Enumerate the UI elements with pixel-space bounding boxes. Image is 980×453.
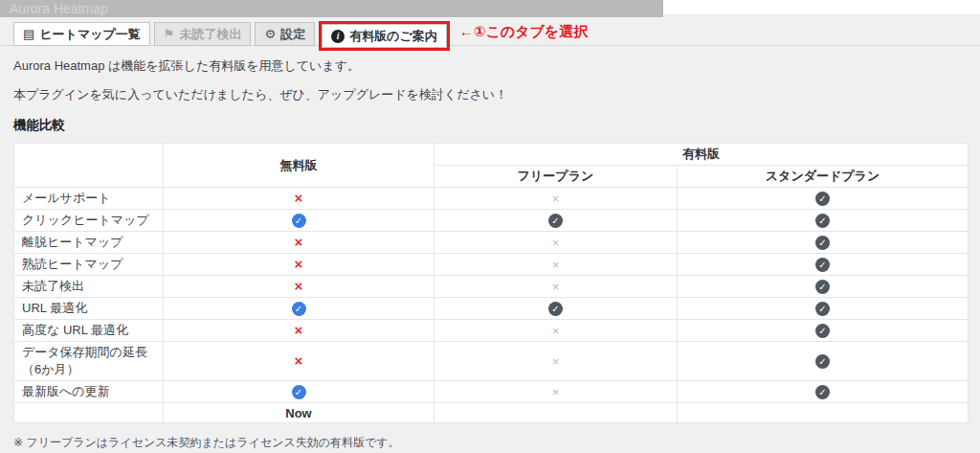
feature-standard-cell: ✓	[678, 232, 969, 254]
check-blue-icon: ✓	[292, 385, 306, 399]
flag-icon: ⚑	[164, 28, 175, 40]
free-plan-footnote: ※ フリープランはライセンス未契約またはライセンス失効の有料版です。	[13, 435, 980, 451]
cross-red-icon: ×	[295, 256, 303, 272]
feature-free-cell: ×	[164, 342, 434, 381]
cross-gray-icon: ×	[552, 354, 560, 369]
feature-standard-cell: ✓	[678, 188, 969, 210]
feature-free-cell: ✓	[164, 381, 434, 403]
tab-label: ヒートマップ一覧	[39, 27, 141, 41]
list-icon: ▤	[23, 28, 34, 40]
check-blue-icon: ✓	[292, 302, 306, 316]
feature-name: 離脱ヒートマップ	[14, 232, 164, 254]
feature-free-cell: ✓	[164, 298, 434, 320]
feature-free_plan-cell: ×	[434, 320, 678, 342]
now-label: Now	[164, 403, 434, 423]
feature-standard-cell: ✓	[678, 342, 969, 381]
tab-paid-info[interactable]: i有料版のご案内	[322, 24, 447, 48]
feature-free_plan-cell: ×	[434, 232, 678, 254]
tab-highlight-box: i有料版のご案内	[319, 21, 450, 51]
tab-heatmap-list[interactable]: ▤ヒートマップ一覧	[13, 22, 150, 46]
cross-red-icon: ×	[295, 352, 303, 369]
feature-name: データ保存期間の延長（6か月）	[14, 342, 164, 381]
tab-unread-detect[interactable]: ⚑未読了検出	[154, 22, 252, 46]
cross-red-icon: ×	[295, 322, 303, 338]
intro-line-1: Aurora Heatmap は機能を拡張した有料版を用意しています。	[13, 57, 980, 75]
feature-free-cell: ×	[164, 188, 434, 210]
check-dark-icon: ✓	[815, 214, 830, 228]
free-version-header: 無料版	[164, 144, 434, 188]
check-dark-icon: ✓	[815, 192, 830, 206]
feature-standard-cell: ✓	[678, 210, 969, 232]
table-row: 未読了検出××✓	[14, 276, 969, 298]
empty-cell	[678, 403, 969, 423]
feature-standard-cell: ✓	[678, 320, 969, 342]
paid-version-header: 有料版	[434, 144, 969, 166]
table-row: データ保存期間の延長（6か月）××✓	[14, 342, 969, 381]
empty-cell	[434, 403, 678, 423]
feature-free_plan-cell: ×	[434, 276, 678, 298]
feature-free-cell: ✓	[164, 210, 434, 232]
tab-bar: ▤ヒートマップ一覧⚑未読了検出⚙設定i有料版のご案内←①このタブを選択	[0, 14, 980, 46]
cross-red-icon: ×	[295, 278, 303, 294]
feature-free-cell: ×	[164, 254, 434, 276]
feature-column-header	[14, 144, 164, 188]
feature-free-cell: ×	[164, 232, 434, 254]
cross-red-icon: ×	[295, 190, 303, 206]
now-row: Now	[14, 403, 969, 423]
cross-gray-icon: ×	[552, 324, 560, 338]
check-dark-icon: ✓	[815, 280, 830, 294]
table-row: URL 最適化✓✓✓	[14, 298, 969, 320]
gear-icon: ⚙	[264, 28, 276, 40]
check-dark-icon: ✓	[548, 214, 563, 228]
feature-standard-cell: ✓	[678, 254, 969, 276]
window-title-bar: Aurora Heatmap	[0, 0, 663, 17]
feature-free_plan-cell: ×	[434, 381, 678, 403]
table-row: クリックヒートマップ✓✓✓	[14, 210, 969, 232]
tab-settings[interactable]: ⚙設定	[255, 22, 315, 46]
check-dark-icon: ✓	[548, 302, 563, 316]
intro-section: Aurora Heatmap は機能を拡張した有料版を用意しています。 本プラグ…	[0, 57, 980, 103]
tab-label: 有料版のご案内	[349, 29, 437, 43]
free-plan-header: フリープラン	[434, 166, 678, 188]
table-row: 離脱ヒートマップ××✓	[14, 232, 969, 254]
feature-free-cell: ×	[164, 276, 434, 298]
feature-free_plan-cell: ×	[434, 342, 678, 381]
comparison-heading: 機能比較	[13, 117, 980, 134]
feature-name: 高度な URL 最適化	[14, 320, 164, 342]
table-row: 高度な URL 最適化××✓	[14, 320, 969, 342]
comparison-table: 無料版 有料版 フリープラン スタンダードプラン メールサポート××✓クリックヒ…	[13, 143, 969, 423]
feature-free-cell: ×	[164, 320, 434, 342]
feature-standard-cell: ✓	[678, 276, 969, 298]
feature-name: 未読了検出	[14, 276, 164, 298]
table-row: 熟読ヒートマップ××✓	[14, 254, 969, 276]
cross-gray-icon: ×	[552, 258, 560, 272]
feature-name: メールサポート	[14, 188, 164, 210]
tab-label: 設定	[280, 27, 305, 41]
admin-content-area: ▤ヒートマップ一覧⚑未読了検出⚙設定i有料版のご案内←①このタブを選択 Auro…	[0, 14, 980, 453]
page-title: Aurora Heatmap	[10, 1, 108, 16]
feature-name: クリックヒートマップ	[14, 210, 164, 232]
table-row: 最新版への更新✓×✓	[14, 381, 969, 403]
cross-gray-icon: ×	[552, 236, 560, 250]
feature-name: 熟読ヒートマップ	[14, 254, 164, 276]
check-dark-icon: ✓	[815, 302, 830, 316]
cross-red-icon: ×	[295, 234, 303, 250]
feature-name: 最新版への更新	[14, 381, 164, 403]
feature-standard-cell: ✓	[678, 298, 969, 320]
feature-free_plan-cell: ×	[434, 188, 678, 210]
check-dark-icon: ✓	[815, 354, 830, 369]
feature-name: URL 最適化	[14, 298, 164, 320]
table-row: メールサポート××✓	[14, 188, 969, 210]
check-dark-icon: ✓	[815, 258, 830, 272]
feature-free_plan-cell: ×	[434, 254, 678, 276]
check-dark-icon: ✓	[815, 236, 830, 250]
feature-free_plan-cell: ✓	[434, 298, 678, 320]
intro-line-2: 本プラグインを気に入っていただけましたら、ぜひ、アップグレードを検討ください！	[13, 86, 980, 103]
check-dark-icon: ✓	[815, 324, 830, 338]
cross-gray-icon: ×	[552, 280, 560, 294]
tab-select-annotation: ←①このタブを選択	[459, 23, 588, 41]
empty-cell	[14, 403, 164, 423]
feature-standard-cell: ✓	[678, 381, 969, 403]
standard-plan-header: スタンダードプラン	[678, 166, 969, 188]
cross-gray-icon: ×	[552, 192, 560, 206]
